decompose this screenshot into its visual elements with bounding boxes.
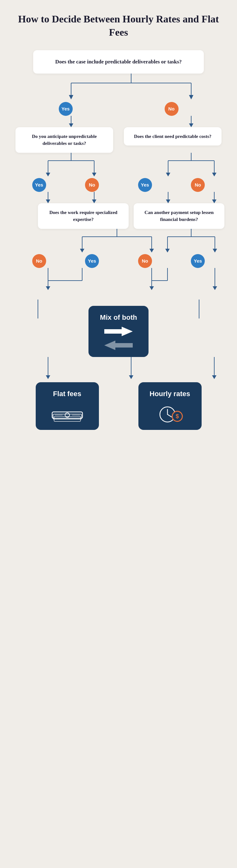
- no-label-3a: No: [36, 258, 42, 264]
- svg-marker-20: [166, 173, 170, 177]
- no-label-4: No: [142, 258, 148, 264]
- question-3-right: Can another payment setup lessen financi…: [134, 203, 225, 229]
- no-circle-4: No: [138, 254, 152, 268]
- question-1: Does the case include predictable delive…: [33, 50, 204, 73]
- hourly-rates-title: Hourly rates: [144, 390, 197, 398]
- yes-label-3: Yes: [141, 182, 149, 187]
- svg-marker-21: [212, 173, 216, 177]
- no-label-3: No: [195, 182, 201, 187]
- yes-circle-3: Yes: [138, 178, 152, 192]
- svg-marker-9: [189, 123, 194, 127]
- mix-title: Mix of both: [95, 313, 142, 322]
- svg-line-68: [168, 414, 172, 417]
- svg-marker-59: [212, 375, 216, 379]
- svg-marker-40: [165, 249, 170, 252]
- svg-marker-55: [46, 375, 50, 379]
- svg-marker-41: [213, 249, 217, 252]
- svg-marker-53: [104, 341, 133, 350]
- svg-marker-25: [92, 199, 96, 203]
- svg-marker-4: [69, 95, 73, 99]
- mix-icon: [95, 326, 142, 351]
- svg-marker-5: [189, 95, 194, 99]
- flat-fees-box: Flat fees: [36, 382, 99, 430]
- yes-circle-2: Yes: [32, 178, 46, 192]
- no-label-1: No: [169, 106, 175, 112]
- yes-label-2: Yes: [35, 182, 43, 187]
- svg-marker-15: [92, 173, 96, 177]
- no-circle-3: No: [191, 178, 205, 192]
- hourly-rates-box: Hourly rates $: [139, 382, 202, 430]
- svg-marker-7: [69, 123, 73, 127]
- svg-text:$: $: [175, 413, 179, 420]
- yes-circle-1: Yes: [59, 102, 73, 116]
- no-circle-2: No: [85, 178, 99, 192]
- question-2-left: Do you anticipate unpredictable delivera…: [16, 127, 113, 153]
- question-3-left: Does the work require specialized expert…: [38, 203, 128, 229]
- svg-marker-14: [46, 173, 50, 177]
- question-1-text: Does the case include predictable delive…: [55, 59, 182, 65]
- page-title: How to Decide Between Hourly Rates and F…: [12, 12, 225, 39]
- svg-marker-23: [46, 199, 50, 203]
- yes-circle-4: Yes: [191, 254, 205, 268]
- yes-label-3a: Yes: [88, 258, 96, 264]
- q3-right-text: Can another payment setup lessen financi…: [144, 210, 214, 222]
- flat-fees-title: Flat fees: [41, 390, 94, 398]
- svg-marker-27: [166, 199, 170, 203]
- no-label-2: No: [89, 182, 95, 187]
- svg-marker-52: [104, 327, 133, 336]
- flat-fees-icon: [41, 403, 94, 424]
- svg-marker-57: [129, 375, 134, 379]
- svg-marker-51: [46, 286, 50, 290]
- svg-marker-46: [149, 286, 154, 290]
- svg-marker-50: [213, 286, 217, 290]
- svg-marker-29: [212, 199, 216, 203]
- svg-marker-35: [149, 249, 154, 252]
- svg-marker-34: [80, 249, 84, 252]
- no-circle-3a: No: [32, 254, 46, 268]
- hourly-rates-icon: $: [144, 403, 197, 424]
- q2-left-text: Do you anticipate unpredictable delivera…: [32, 134, 97, 146]
- yes-label-4: Yes: [194, 258, 202, 264]
- no-circle-1: No: [165, 102, 179, 116]
- yes-label-1: Yes: [62, 106, 70, 112]
- mix-of-both-box: Mix of both: [88, 306, 149, 357]
- yes-circle-3a: Yes: [85, 254, 99, 268]
- q3-left-text: Does the work require specialized expert…: [49, 210, 117, 222]
- question-2-right: Does the client need predictable costs?: [124, 127, 221, 146]
- q2-right-text: Does the client need predictable costs?: [134, 134, 211, 139]
